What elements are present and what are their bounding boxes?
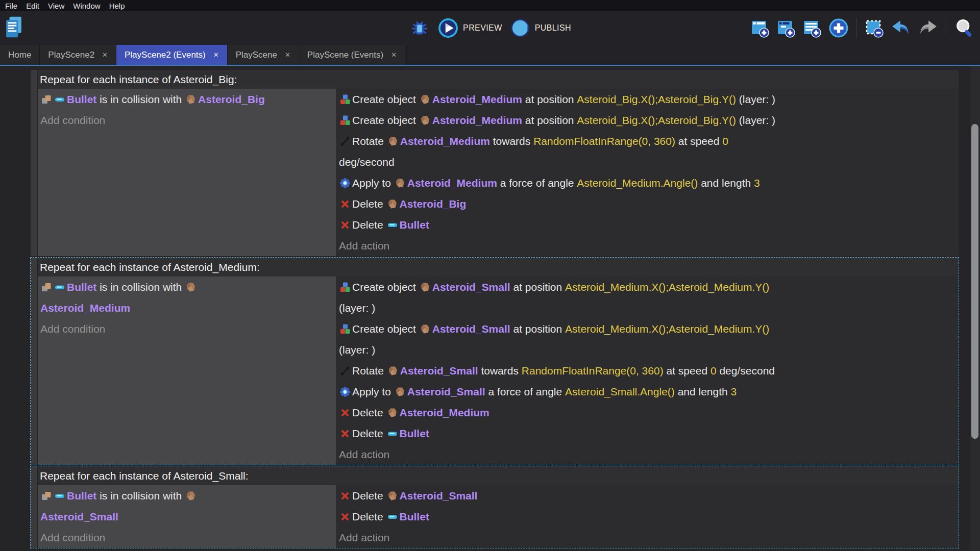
repeat-event-2[interactable]: Repeat for each instance of Asteroid_Sma… — [31, 466, 959, 548]
repeat-event-1[interactable]: Repeat for each instance of Asteroid_Med… — [31, 258, 959, 465]
close-icon[interactable]: ✕ — [102, 52, 108, 58]
action-row[interactable]: Apply to Asteroid_Small a force of angle… — [339, 381, 959, 402]
instruction-text: is in collision with — [96, 485, 185, 506]
close-icon[interactable]: ✕ — [213, 52, 219, 58]
action-row[interactable]: Delete Bullet — [339, 214, 959, 235]
add-condition-button[interactable]: Add condition — [40, 110, 336, 131]
events-scrollbar[interactable] — [970, 66, 980, 551]
add-condition-button[interactable]: Add condition — [40, 527, 336, 548]
instruction-text: at speed — [675, 131, 722, 152]
event-body: Bullet is in collision with Asteroid_Sma… — [38, 485, 959, 548]
event-drag-handle[interactable] — [31, 70, 37, 256]
tab-label: PlayScene2 — [48, 50, 94, 60]
preview-button[interactable]: PREVIEW — [437, 17, 502, 39]
add-event-button[interactable] — [750, 18, 770, 38]
publish-button[interactable]: PUBLISH — [509, 17, 571, 39]
asteroid-icon — [387, 198, 398, 210]
add-action-button[interactable]: Add action — [339, 527, 959, 548]
add-action-button[interactable]: Add action — [339, 235, 959, 256]
search-button[interactable] — [953, 17, 976, 39]
scrollbar-thumb[interactable] — [971, 124, 978, 439]
close-icon[interactable]: ✕ — [285, 52, 290, 58]
expression: Asteroid_Big.X();Asteroid_Big.Y() — [577, 110, 736, 131]
action-row[interactable]: Apply to Asteroid_Medium a force of angl… — [339, 172, 959, 193]
object-name: Asteroid_Medium — [40, 297, 130, 318]
debugger-icon[interactable] — [409, 17, 430, 39]
object-name: Asteroid_Medium — [432, 89, 522, 110]
menu-window[interactable]: Window — [73, 2, 100, 10]
action-row[interactable]: (layer: ) — [339, 297, 959, 318]
action-row[interactable]: Delete Asteroid_Medium — [339, 402, 959, 423]
expression: 3 — [754, 172, 760, 193]
condition-row[interactable]: Bullet is in collision with — [40, 485, 336, 506]
action-row[interactable]: deg/second — [339, 152, 959, 172]
event-main: Repeat for each instance of Asteroid_Med… — [38, 258, 959, 465]
add-other-button[interactable] — [828, 17, 849, 39]
action-row[interactable]: Delete Bullet — [339, 506, 959, 527]
condition-row[interactable]: Bullet is in collision with Asteroid_Big — [40, 89, 336, 110]
action-row[interactable]: Rotate Asteroid_Small towards RandomFloa… — [339, 360, 959, 381]
menu-help[interactable]: Help — [109, 2, 125, 10]
tab-label: PlayScene — [236, 50, 277, 60]
close-icon[interactable]: ✕ — [391, 52, 397, 58]
bullet-icon — [54, 94, 65, 105]
condition-row[interactable]: Bullet is in collision with — [40, 277, 336, 297]
preview-label: PREVIEW — [463, 23, 502, 33]
redo-button[interactable] — [917, 17, 939, 39]
tab-playscene2[interactable]: PlayScene2 ✕ — [40, 45, 116, 65]
event-header[interactable]: Repeat for each instance of Asteroid_Sma… — [38, 466, 959, 485]
conditions-panel: Bullet is in collision with Asteroid_Big… — [38, 89, 336, 256]
tab-playscene2-events[interactable]: PlayScene2 (Events) ✕ — [116, 45, 228, 65]
add-subevent-button[interactable] — [776, 18, 796, 38]
action-row[interactable]: Delete Asteroid_Big — [339, 193, 959, 214]
tab-playscene-events[interactable]: PlayScene (Events) ✕ — [299, 45, 405, 65]
expression: Asteroid_Small.Angle() — [565, 381, 675, 402]
delete-icon — [339, 428, 351, 439]
instruction-text: Delete — [352, 402, 386, 423]
delete-selection-button[interactable] — [864, 18, 885, 38]
add-comment-button[interactable] — [802, 18, 822, 38]
rotate-icon — [339, 136, 351, 147]
object-name: Asteroid_Small — [407, 381, 485, 402]
condition-row[interactable]: Asteroid_Medium — [40, 297, 336, 318]
action-row[interactable]: (layer: ) — [339, 339, 959, 360]
toolbar-separator — [856, 18, 857, 38]
action-row[interactable]: Delete Bullet — [339, 423, 959, 444]
event-drag-handle[interactable] — [31, 466, 37, 548]
add-action-button[interactable]: Add action — [339, 444, 959, 465]
object-name: Bullet — [67, 277, 96, 297]
action-row[interactable]: Create object Asteroid_Small at position… — [339, 318, 959, 339]
action-row[interactable]: Create object Asteroid_Medium at positio… — [339, 89, 959, 110]
tab-playscene[interactable]: PlayScene ✕ — [228, 45, 299, 65]
action-row[interactable]: Create object Asteroid_Small at position… — [339, 277, 959, 297]
conditions-panel: Bullet is in collision with Asteroid_Med… — [38, 277, 336, 465]
instruction-text: is in collision with — [96, 277, 185, 297]
toolbar-separator — [946, 18, 946, 38]
instruction-text: at speed — [664, 360, 710, 381]
instruction-text: at position — [522, 89, 577, 110]
action-row[interactable]: Delete Asteroid_Small — [339, 485, 959, 506]
menu-view[interactable]: View — [48, 2, 64, 10]
menu-file[interactable]: File — [5, 2, 17, 10]
add-condition-button[interactable]: Add condition — [40, 318, 336, 339]
action-row[interactable]: Rotate Asteroid_Medium towards RandomFlo… — [339, 131, 959, 152]
event-header[interactable]: Repeat for each instance of Asteroid_Big… — [38, 70, 959, 89]
project-manager-icon[interactable] — [5, 15, 22, 40]
instruction-text: Apply to — [352, 172, 394, 193]
action-row[interactable]: Create object Asteroid_Medium at positio… — [339, 110, 959, 131]
undo-button[interactable] — [890, 17, 912, 39]
event-header[interactable]: Repeat for each instance of Asteroid_Med… — [38, 258, 959, 277]
object-name: Asteroid_Medium — [400, 402, 489, 423]
instruction-text: (layer: ) — [339, 339, 375, 360]
force-icon — [339, 178, 351, 189]
condition-row[interactable]: Asteroid_Small — [40, 506, 336, 527]
asteroid-icon — [387, 490, 398, 502]
event-main: Repeat for each instance of Asteroid_Big… — [38, 70, 959, 256]
expression: RandomFloatInRange(0, 360) — [533, 131, 675, 152]
repeat-event-0[interactable]: Repeat for each instance of Asteroid_Big… — [31, 70, 959, 256]
menu-edit[interactable]: Edit — [26, 2, 39, 10]
asteroid-icon — [420, 323, 431, 335]
instruction-text: Delete — [352, 214, 386, 235]
tab-home[interactable]: Home — [0, 45, 40, 65]
event-drag-handle[interactable] — [31, 258, 37, 465]
